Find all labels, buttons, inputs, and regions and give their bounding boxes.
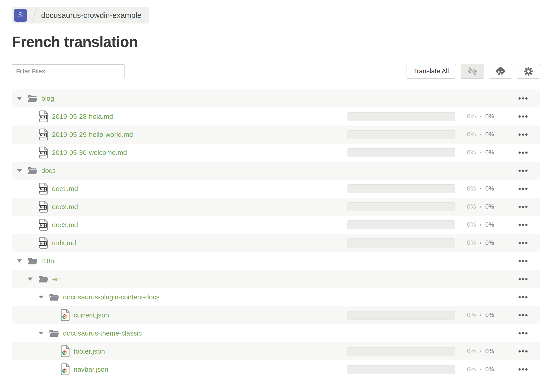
- caret-down-icon[interactable]: [39, 332, 44, 335]
- row-menu-button[interactable]: [506, 170, 540, 172]
- translated-percent: 0%: [467, 348, 476, 355]
- file-type-icon-slot: [49, 293, 59, 301]
- row-menu-button[interactable]: [506, 206, 540, 208]
- ellipsis-dot: [519, 278, 521, 280]
- tree-item-name[interactable]: 2019-05-29-hello-world.md: [52, 131, 133, 138]
- tree-item-name[interactable]: 2019-05-30-welcome.md: [52, 149, 127, 156]
- progress-bar: [348, 365, 455, 374]
- ellipsis-dot: [522, 278, 524, 280]
- ellipsis-dot: [519, 350, 521, 352]
- ellipsis-dot: [525, 260, 528, 262]
- row-menu-button[interactable]: [506, 115, 540, 118]
- tree-row-label-area: blog: [12, 94, 54, 103]
- row-menu-button[interactable]: [506, 278, 540, 280]
- row-menu-button[interactable]: [506, 296, 540, 298]
- ellipsis-dot: [525, 296, 528, 298]
- progress-percentages: 0% • 0%: [455, 312, 506, 319]
- caret-down-icon[interactable]: [17, 97, 22, 100]
- tree-item-name[interactable]: mdx.md: [52, 239, 76, 247]
- row-menu-button[interactable]: [506, 242, 540, 244]
- percent-separator: •: [478, 222, 483, 228]
- breadcrumb-project-name[interactable]: docusaurus-crowdin-example: [41, 11, 142, 20]
- filter-files-input[interactable]: [12, 64, 125, 78]
- approved-percent: 0%: [485, 239, 494, 246]
- tree-row-label-area: M doc3.md: [12, 219, 78, 231]
- percent-separator: •: [478, 204, 483, 210]
- tree-row-status-area: 0% • 0%: [348, 220, 540, 229]
- tree-item-name[interactable]: en: [52, 275, 60, 283]
- tree-item-name[interactable]: navbar.json: [74, 366, 108, 373]
- svg-text:M: M: [40, 133, 43, 137]
- translated-percent: 0%: [467, 239, 476, 246]
- tree-item-name[interactable]: 2019-05-28-hola.md: [52, 113, 113, 120]
- caret-down-icon[interactable]: [17, 259, 22, 263]
- percent-separator: •: [478, 131, 483, 138]
- progress-bar: [348, 112, 455, 121]
- tree-row-status-area: [348, 257, 540, 266]
- row-menu-button[interactable]: [506, 332, 540, 334]
- tree-item-name[interactable]: i18n: [41, 257, 54, 265]
- caret-down-icon[interactable]: [28, 278, 33, 281]
- tree-item-name[interactable]: docs: [41, 167, 56, 175]
- tree-item-name[interactable]: doc2.md: [52, 203, 78, 211]
- ellipsis-dot: [519, 242, 521, 244]
- translated-percent: 0%: [467, 203, 476, 210]
- toolbar: Translate All: [12, 64, 540, 79]
- percent-separator: •: [478, 186, 483, 192]
- caret-down-icon[interactable]: [39, 296, 44, 299]
- progress-percentages: 0% • 0%: [455, 185, 506, 192]
- settings-button[interactable]: [517, 64, 540, 79]
- ellipsis-dot: [525, 188, 528, 190]
- tree-item-name[interactable]: doc1.md: [52, 185, 78, 193]
- ellipsis-dot: [525, 314, 528, 316]
- sync-files-button[interactable]: [489, 64, 512, 79]
- row-menu-button[interactable]: [506, 188, 540, 190]
- tree-row-status-area: 0% • 0%: [348, 238, 540, 247]
- file-type-icon-slot: [27, 257, 38, 265]
- svg-text:M: M: [40, 206, 43, 209]
- row-menu-button[interactable]: [506, 314, 540, 316]
- ellipsis-dot: [522, 133, 524, 136]
- ellipsis-dot: [525, 206, 528, 208]
- tree-item-name[interactable]: docusaurus-theme-classic: [63, 329, 142, 337]
- file-type-icon-slot: [49, 329, 59, 338]
- file-type-icon-slot: M: [38, 201, 48, 213]
- row-menu-button[interactable]: [506, 152, 540, 154]
- percent-separator: •: [478, 348, 483, 354]
- tree-row-label-area: en: [12, 275, 60, 283]
- row-menu-button[interactable]: [506, 368, 540, 371]
- file-row: M doc3.md 0% • 0%: [12, 216, 540, 234]
- row-menu-button[interactable]: [506, 97, 540, 100]
- tree-row-label-area: footer.json: [12, 345, 105, 357]
- file-row: M mdx.md 0% • 0%: [12, 234, 540, 252]
- caret-down-icon[interactable]: [17, 169, 22, 172]
- json-file-icon: [60, 345, 70, 357]
- tree-item-name[interactable]: doc3.md: [52, 221, 78, 229]
- project-avatar[interactable]: S: [14, 9, 27, 22]
- tree-item-name[interactable]: footer.json: [74, 348, 105, 355]
- file-row: M 2019-05-29-hello-world.md 0% • 0%: [12, 126, 540, 144]
- ellipsis-dot: [525, 224, 528, 226]
- ellipsis-dot: [522, 350, 524, 352]
- row-menu-button[interactable]: [506, 224, 540, 226]
- row-menu-button[interactable]: [506, 260, 540, 262]
- tree-item-name[interactable]: current.json: [74, 311, 109, 319]
- row-menu-button[interactable]: [506, 133, 540, 136]
- ellipsis-dot: [525, 115, 528, 118]
- file-row: navbar.json 0% • 0%: [12, 360, 540, 378]
- ellipsis-dot: [525, 242, 528, 244]
- tree-row-label-area: current.json: [12, 309, 109, 321]
- ellipsis-dot: [525, 97, 528, 100]
- ellipsis-dot: [522, 368, 524, 371]
- tree-item-name[interactable]: docusaurus-plugin-content-docs: [63, 293, 159, 301]
- row-menu-button[interactable]: [506, 350, 540, 352]
- markdown-file-icon: M: [38, 201, 48, 213]
- translate-all-button[interactable]: Translate All: [406, 64, 456, 79]
- progress-bar: [348, 148, 455, 157]
- tree-item-name[interactable]: blog: [41, 95, 54, 102]
- folder-row: i18n: [12, 252, 540, 270]
- file-type-icon-slot: M: [38, 128, 48, 141]
- ellipsis-dot: [522, 188, 524, 190]
- ellipsis-dot: [525, 133, 528, 136]
- hide-completed-toggle-button[interactable]: [461, 64, 484, 79]
